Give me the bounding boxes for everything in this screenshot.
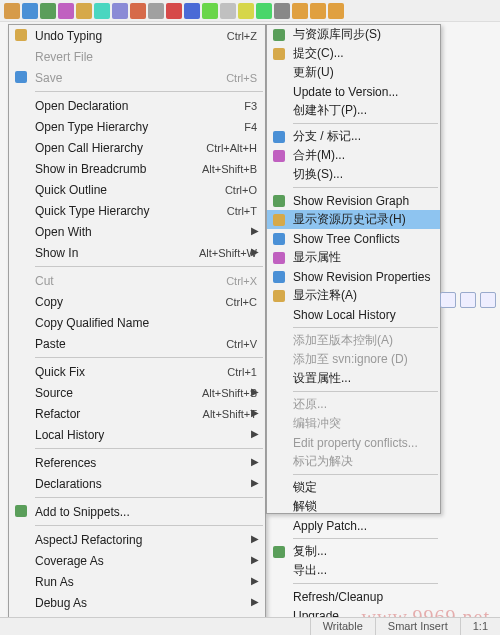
menu-item-label: Debug As [35,596,257,610]
menu-item-run-as[interactable]: Run As▶ [9,571,265,592]
menu-item--m-[interactable]: 合并(M)... [267,146,440,165]
menu-item-quick-fix[interactable]: Quick FixCtrl+1 [9,361,265,382]
menu-item-label: Quick Outline [35,183,225,197]
toolbar-bug-icon[interactable] [238,3,254,19]
menu-item-open-declaration[interactable]: Open DeclarationF3 [9,95,265,116]
toolbar-fwd-icon[interactable] [310,3,326,19]
menu-item-paste[interactable]: PasteCtrl+V [9,333,265,354]
menu-item--[interactable]: 复制... [267,542,440,561]
menu-item-declarations[interactable]: Declarations▶ [9,473,265,494]
menu-item--[interactable]: 分支 / 标记... [267,127,440,146]
toolbar-save-icon[interactable] [40,3,56,19]
toolbar-db-icon[interactable] [202,3,218,19]
submenu-arrow-icon: ▶ [251,575,259,586]
toolbar-back-icon[interactable] [292,3,308,19]
menu-item-edit-property-conflicts-: Edit property conflicts... [267,433,440,452]
menu-item-open-call-hierarchy[interactable]: Open Call HierarchyCtrl+Alt+H [9,137,265,158]
menu-item-label: Declarations [35,477,257,491]
branch-icon [271,129,287,145]
menu-item-cut: CutCtrl+X [9,270,265,291]
toolbar-up-icon[interactable] [328,3,344,19]
merge-icon [271,148,287,164]
toolbar-bold-icon[interactable] [148,3,164,19]
toolbar-gear-icon[interactable] [220,3,236,19]
menu-item-copy-qualified-name[interactable]: Copy Qualified Name [9,312,265,333]
menu-item--p-[interactable]: 创建补丁(P)... [267,101,440,120]
menu-item-show-local-history[interactable]: Show Local History [267,305,440,324]
menu-item-label: 编辑冲突 [293,415,432,432]
menu-item-open-type-hierarchy[interactable]: Open Type HierarchyF4 [9,116,265,137]
svg-rect-10 [273,233,285,245]
menu-item--[interactable]: 锁定 [267,478,440,497]
menu-item-label: Show In [35,246,199,260]
menu-item-add-to-snippets-[interactable]: Add to Snippets... [9,501,265,522]
menu-item-open-with[interactable]: Open With▶ [9,221,265,242]
menu-item--u-[interactable]: 更新(U) [267,63,440,82]
menu-item-update-to-version-[interactable]: Update to Version... [267,82,440,101]
menu-item-label: Refresh/Cleanup [293,590,432,604]
menu-item-quick-outline[interactable]: Quick OutlineCtrl+O [9,179,265,200]
menu-item-show-tree-conflicts[interactable]: Show Tree Conflicts [267,229,440,248]
toolbar-new-icon[interactable] [4,3,20,19]
status-bar: Writable Smart Insert 1:1 [0,617,500,635]
menu-item-label: 导出... [293,562,432,579]
toolbar-sep-icon[interactable] [274,3,290,19]
toolbar-paste-icon[interactable] [94,3,110,19]
svg-rect-8 [273,195,285,207]
commit-icon [271,46,287,62]
menu-item-label: 与资源库同步(S) [293,26,432,43]
menu-item--s-[interactable]: 切换(S)... [267,165,440,184]
menu-item--a-[interactable]: 显示注释(A) [267,286,440,305]
menu-item--s-[interactable]: 与资源库同步(S) [267,25,440,44]
view-icon-1[interactable] [440,292,456,308]
svg-rect-4 [273,29,285,41]
menu-item-label: Cut [35,274,226,288]
menu-item--[interactable]: 导出... [267,561,440,580]
menu-item-quick-type-hierarchy[interactable]: Quick Type HierarchyCtrl+T [9,200,265,221]
menu-item-aspectj-refactoring[interactable]: AspectJ Refactoring▶ [9,529,265,550]
rprop-icon [271,269,287,285]
toolbar-print-icon[interactable] [58,3,74,19]
toolbar-brush-icon[interactable] [130,3,146,19]
view-icon-2[interactable] [460,292,476,308]
menu-item-undo-typing[interactable]: Undo TypingCtrl+Z [9,25,265,46]
menu-item-debug-as[interactable]: Debug As▶ [9,592,265,613]
menu-item--[interactable]: 解锁 [267,497,440,516]
menu-item-label: 设置属性... [293,370,432,387]
menu-item--h-[interactable]: 显示资源历史记录(H) [267,210,440,229]
toolbar-ball-icon[interactable] [166,3,182,19]
menu-item-show-revision-graph[interactable]: Show Revision Graph [267,191,440,210]
menu-item-refresh-cleanup[interactable]: Refresh/Cleanup [267,587,440,606]
menu-item--c-[interactable]: 提交(C)... [267,44,440,63]
toolbar-doc-icon[interactable] [184,3,200,19]
menu-item-refactor[interactable]: RefactorAlt+Shift+T▶ [9,403,265,424]
menu-item-show-in-breadcrumb[interactable]: Show in BreadcrumbAlt+Shift+B [9,158,265,179]
menu-item-apply-patch-[interactable]: Apply Patch... [267,516,440,535]
menu-item--[interactable]: 显示属性 [267,248,440,267]
toolbar-target-icon[interactable] [256,3,272,19]
menu-item-label: Show in Breadcrumb [35,162,202,176]
view-icon-3[interactable] [480,292,496,308]
menu-item-show-revision-properties[interactable]: Show Revision Properties [267,267,440,286]
menu-separator [293,123,438,124]
menu-item--svn-ignore-d-: 添加至 svn:ignore (D) [267,350,440,369]
toolbar-search-icon[interactable] [112,3,128,19]
toolbar-copy-icon[interactable] [76,3,92,19]
menu-item-references[interactable]: References▶ [9,452,265,473]
menu-item-local-history[interactable]: Local History▶ [9,424,265,445]
status-writable: Writable [310,618,375,635]
menu-item-coverage-as[interactable]: Coverage As▶ [9,550,265,571]
menu-item-shortcut: F3 [244,100,257,112]
menu-item-label: Quick Fix [35,365,227,379]
submenu-arrow-icon: ▶ [251,225,259,236]
menu-item--[interactable]: 设置属性... [267,369,440,388]
toolbar-open-icon[interactable] [22,3,38,19]
menu-item-label: Source [35,386,202,400]
menu-item-label: References [35,456,257,470]
toolbar [0,0,500,22]
menu-item-shortcut: Alt+Shift+S [202,387,257,399]
menu-item-label: 显示注释(A) [293,287,432,304]
menu-item-source[interactable]: SourceAlt+Shift+S▶ [9,382,265,403]
menu-item-show-in[interactable]: Show InAlt+Shift+W▶ [9,242,265,263]
menu-item-copy[interactable]: CopyCtrl+C [9,291,265,312]
